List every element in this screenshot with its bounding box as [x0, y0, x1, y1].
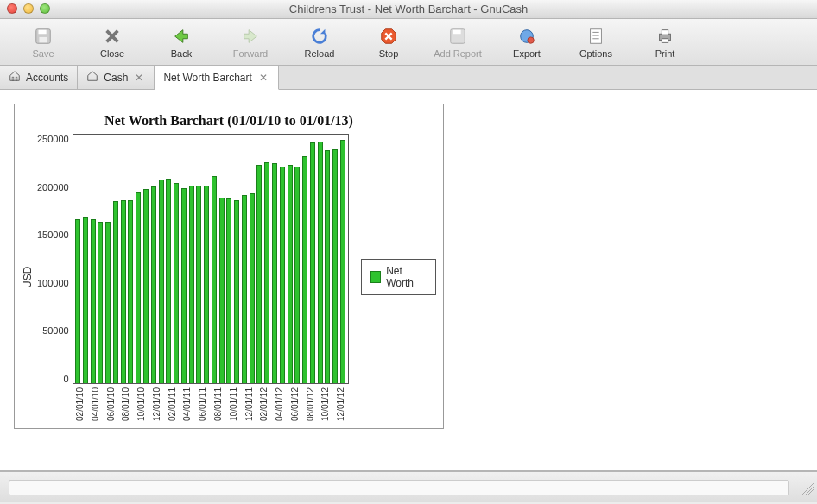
tab-cash[interactable]: Cash ✕ — [78, 66, 155, 89]
bar — [75, 219, 80, 383]
tab-report[interactable]: Net Worth Barchart ✕ — [155, 66, 278, 90]
add-report-button[interactable]: Add Report — [423, 21, 492, 64]
tab-report-close-icon[interactable]: ✕ — [257, 72, 269, 84]
window-minimize-button[interactable] — [23, 3, 34, 14]
chart-card: Net Worth Barchart (01/01/10 to 01/01/13… — [14, 104, 444, 429]
x-tick-label: 04/01/11 — [182, 387, 192, 421]
x-tick-label: 08/01/11 — [213, 387, 223, 421]
stop-button[interactable]: Stop — [354, 21, 423, 64]
bar — [256, 165, 262, 383]
x-axis-ticks: 02/01/1004/01/1006/01/1008/01/1010/01/10… — [73, 384, 349, 421]
bar — [98, 222, 103, 383]
bar — [159, 180, 164, 383]
chart-legend: Net Worth — [361, 259, 436, 295]
forward-label: Forward — [233, 48, 268, 59]
back-button[interactable]: Back — [147, 21, 216, 64]
svg-point-11 — [528, 36, 534, 42]
bar — [302, 156, 307, 383]
bar — [113, 201, 118, 383]
bar — [340, 140, 345, 383]
x-tick-label: 04/01/10 — [91, 387, 100, 421]
bar — [280, 167, 285, 383]
x-tick-label: 02/01/11 — [168, 387, 177, 421]
export-button[interactable]: Export — [492, 21, 561, 64]
close-icon — [102, 26, 123, 47]
bar — [219, 198, 225, 383]
bar — [325, 150, 330, 383]
bar — [196, 186, 201, 383]
chart-plot-area — [73, 134, 349, 384]
x-tick-label: 02/01/10 — [75, 387, 85, 421]
svg-rect-9 — [453, 29, 461, 34]
export-label: Export — [513, 48, 541, 59]
x-tick-label: 06/01/11 — [198, 387, 207, 421]
x-tick-label: 10/01/12 — [320, 387, 330, 421]
bar — [272, 163, 277, 383]
window-title: Childrens Trust - Net Worth Barchart - G… — [0, 3, 817, 16]
tab-accounts[interactable]: Accounts — [0, 66, 78, 89]
add-report-icon — [447, 26, 468, 47]
x-tick-label: 12/01/11 — [244, 387, 254, 421]
forward-button[interactable]: Forward — [216, 21, 285, 64]
bar — [143, 189, 149, 383]
legend-label: Net Worth — [386, 265, 427, 289]
window-zoom-button[interactable] — [40, 3, 50, 14]
bar — [226, 198, 231, 383]
window-titlebar: Childrens Trust - Net Worth Barchart - G… — [0, 0, 817, 19]
bar — [151, 186, 156, 383]
print-label: Print — [656, 48, 675, 59]
bar — [250, 193, 255, 383]
bar — [189, 186, 194, 383]
tab-cash-close-icon[interactable]: ✕ — [133, 72, 145, 84]
close-label: Close — [100, 48, 124, 59]
reload-icon — [309, 26, 330, 47]
bar — [166, 179, 171, 383]
y-tick-label: 200000 — [37, 182, 69, 192]
bar — [288, 165, 293, 383]
tab-bar: Accounts Cash ✕ Net Worth Barchart ✕ — [0, 66, 817, 90]
stop-icon — [378, 26, 399, 47]
bar — [242, 195, 247, 383]
stop-label: Stop — [379, 48, 399, 59]
svg-rect-12 — [591, 28, 602, 43]
y-axis-label: USD — [22, 134, 34, 421]
close-button[interactable]: Close — [78, 21, 147, 64]
y-tick-label: 0 — [64, 374, 69, 384]
bar — [128, 200, 133, 383]
x-tick-label: 12/01/10 — [152, 387, 162, 421]
accounts-icon — [9, 70, 21, 85]
save-button[interactable]: Save — [9, 21, 78, 64]
bar — [181, 188, 187, 383]
tab-report-label: Net Worth Barchart — [163, 72, 251, 84]
svg-rect-1 — [39, 29, 47, 34]
bar — [121, 200, 126, 383]
window-close-button[interactable] — [7, 3, 17, 14]
reload-button[interactable]: Reload — [285, 21, 354, 64]
x-tick-label: 02/01/12 — [259, 387, 269, 421]
y-axis-ticks: 250000200000150000100000500000 — [37, 134, 73, 384]
bar — [204, 186, 209, 383]
x-tick-label: 04/01/12 — [275, 387, 284, 421]
bar — [136, 192, 141, 383]
svg-rect-17 — [662, 29, 668, 35]
legend-swatch-icon — [370, 271, 381, 283]
x-tick-label: 12/01/12 — [336, 387, 345, 421]
x-tick-label: 06/01/10 — [106, 387, 116, 421]
save-icon — [33, 26, 54, 47]
tab-accounts-label: Accounts — [26, 72, 68, 84]
bar — [174, 183, 179, 383]
y-tick-label: 250000 — [37, 134, 69, 144]
bar — [264, 162, 269, 383]
reload-label: Reload — [305, 48, 335, 59]
print-button[interactable]: Print — [630, 21, 700, 64]
report-viewport[interactable]: Net Worth Barchart (01/01/10 to 01/01/13… — [0, 90, 817, 471]
bar — [332, 149, 338, 383]
back-label: Back — [171, 48, 192, 59]
svg-rect-19 — [12, 77, 14, 80]
resize-grip-icon[interactable] — [798, 480, 814, 495]
svg-rect-18 — [662, 38, 668, 42]
toolbar: Save Close Back Forward Reload Stop Ad — [0, 19, 817, 66]
options-icon — [586, 26, 606, 47]
print-icon — [655, 26, 675, 47]
options-button[interactable]: Options — [561, 21, 630, 64]
